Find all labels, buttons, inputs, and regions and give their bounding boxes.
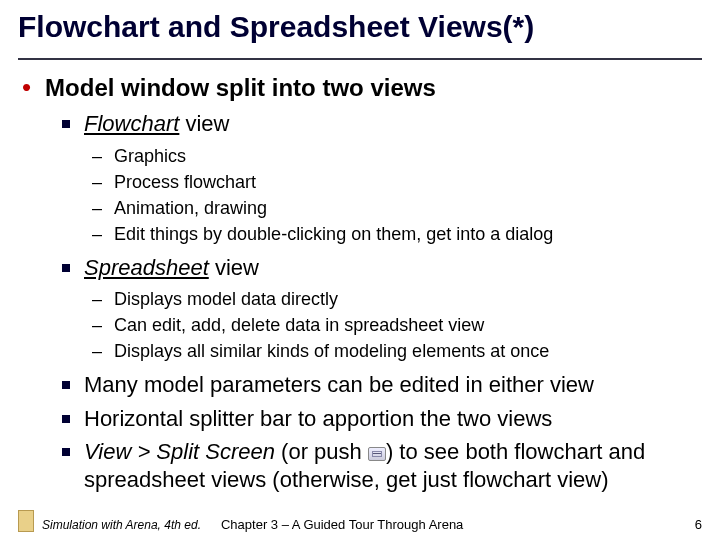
bullet-list-level2: Spreadsheet view — [18, 254, 702, 282]
bullet-dash: – — [92, 287, 102, 311]
lvl2-text: Spreadsheet view — [84, 254, 259, 282]
lvl3-text: Process flowchart — [114, 170, 256, 194]
bullet-list-level2: Many model parameters can be edited in e… — [18, 371, 702, 493]
bullet-dash: – — [92, 313, 102, 337]
lvl3-text: Can edit, add, delete data in spreadshee… — [114, 313, 484, 337]
lvl2-text: View > Split Screen (or push ) to see bo… — [84, 438, 702, 493]
lvl3-item: –Animation, drawing — [92, 196, 702, 220]
lvl1-text: Model window split into two views — [45, 74, 436, 102]
underlined-word: Flowchart — [84, 111, 179, 136]
footer-chapter: Chapter 3 – A Guided Tour Through Arena — [221, 517, 463, 532]
lvl3-item: –Process flowchart — [92, 170, 702, 194]
lvl3-text: Displays model data directly — [114, 287, 338, 311]
lvl2-item-viewsplit: View > Split Screen (or push ) to see bo… — [62, 438, 702, 493]
bullet-square — [62, 381, 70, 389]
lvl3-text: Displays all similar kinds of modeling e… — [114, 339, 549, 363]
lvl3-text: Graphics — [114, 144, 186, 168]
bullet-dash: – — [92, 170, 102, 194]
underlined-word: Spreadsheet — [84, 255, 209, 280]
lvl2-text: Flowchart view — [84, 110, 229, 138]
lvl2-item-splitter: Horizontal splitter bar to apportion the… — [62, 405, 702, 433]
plain-segment: (or push — [275, 439, 368, 464]
plain-word: view — [179, 111, 229, 136]
lvl2-item-spreadsheet: Spreadsheet view — [62, 254, 702, 282]
slide-title: Flowchart and Spreadsheet Views(*) — [18, 10, 702, 44]
menu-path-italic: View > Split Screen — [84, 439, 275, 464]
lvl3-text: Animation, drawing — [114, 196, 267, 220]
plain-word: view — [209, 255, 259, 280]
bullet-square — [62, 120, 70, 128]
lvl2-text: Many model parameters can be edited in e… — [84, 371, 594, 399]
bullet-list-level3-sheet: –Displays model data directly –Can edit,… — [18, 287, 702, 363]
lvl2-text: Horizontal splitter bar to apportion the… — [84, 405, 552, 433]
lvl3-item: –Displays all similar kinds of modeling … — [92, 339, 702, 363]
lvl3-item: –Edit things by double-clicking on them,… — [92, 222, 702, 246]
bullet-list-level1: • Model window split into two views — [18, 74, 702, 102]
split-screen-icon — [368, 447, 386, 461]
slide: Flowchart and Spreadsheet Views(*) • Mod… — [0, 0, 720, 540]
footer: Simulation with Arena, 4th ed. Chapter 3… — [0, 510, 720, 532]
lvl3-text: Edit things by double-clicking on them, … — [114, 222, 553, 246]
lvl2-item-flowchart: Flowchart view — [62, 110, 702, 138]
bullet-dot-red: • — [22, 74, 31, 102]
bullet-list-level2: Flowchart view — [18, 110, 702, 138]
title-divider — [18, 58, 702, 60]
bullet-dash: – — [92, 339, 102, 363]
book-thumb-icon — [18, 510, 34, 532]
lvl1-item: • Model window split into two views — [18, 74, 702, 102]
bullet-dash: – — [92, 196, 102, 220]
lvl2-item-many: Many model parameters can be edited in e… — [62, 371, 702, 399]
bullet-square — [62, 415, 70, 423]
lvl3-item: –Can edit, add, delete data in spreadshe… — [92, 313, 702, 337]
footer-source: Simulation with Arena, 4th ed. — [42, 518, 201, 532]
bullet-square — [62, 448, 70, 456]
lvl3-item: –Displays model data directly — [92, 287, 702, 311]
lvl3-item: –Graphics — [92, 144, 702, 168]
page-number: 6 — [695, 517, 702, 532]
bullet-dash: – — [92, 144, 102, 168]
bullet-square — [62, 264, 70, 272]
bullet-dash: – — [92, 222, 102, 246]
bullet-list-level3-flow: –Graphics –Process flowchart –Animation,… — [18, 144, 702, 246]
